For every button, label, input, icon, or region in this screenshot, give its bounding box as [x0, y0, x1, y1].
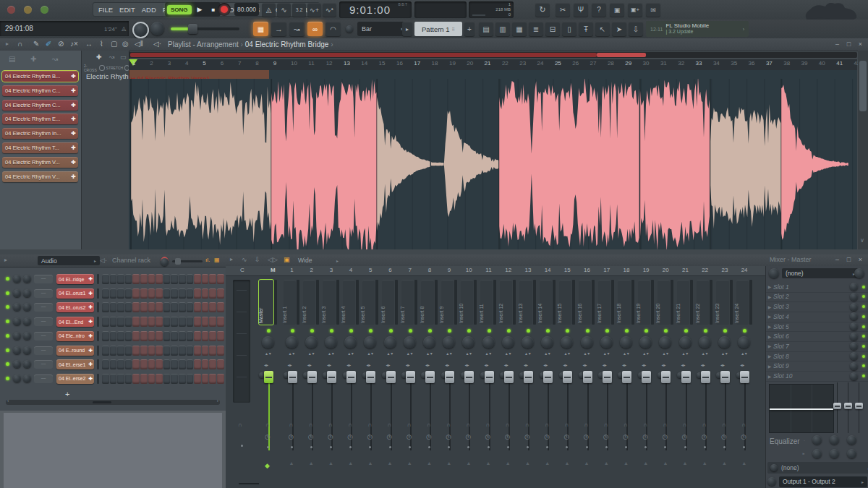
effect-slot-5[interactable]: ▶Slot 5: [766, 322, 868, 333]
channel-target-button[interactable]: ‒‒: [34, 317, 53, 326]
strip-clock-icon[interactable]: ◷: [505, 433, 511, 440]
channel-pan-knob[interactable]: [13, 346, 21, 354]
effect-slot-6[interactable]: ▶Slot 6: [766, 332, 868, 343]
channel-rack-panel-icon[interactable]: ▦: [512, 22, 527, 36]
strip-led[interactable]: [330, 329, 333, 333]
eq-handle-b[interactable]: [844, 403, 852, 409]
channel-led[interactable]: [6, 320, 9, 323]
audio-output-selector[interactable]: Output 1 - Output 2 ▸: [767, 476, 867, 487]
strip-pan-knob[interactable]: [600, 336, 613, 348]
eq-freq-knob-3[interactable]: [847, 435, 856, 445]
channel-volume-knob[interactable]: [23, 332, 31, 340]
mixer-hscrollbar[interactable]: [230, 481, 758, 485]
strip-fader-handle[interactable]: [661, 371, 671, 383]
strip-fader-handle[interactable]: [464, 371, 474, 383]
download-icon[interactable]: ⇩: [629, 22, 643, 36]
step-cell[interactable]: [140, 302, 148, 312]
strip-led[interactable]: [448, 329, 451, 333]
strip-pan-knob[interactable]: [639, 336, 652, 348]
step-cell[interactable]: [110, 374, 117, 384]
step-cell[interactable]: [132, 274, 140, 284]
step-cell[interactable]: [202, 317, 209, 327]
strip-fader-handle[interactable]: [264, 371, 273, 383]
step-cell[interactable]: [132, 374, 140, 384]
eq-width-knob-3[interactable]: [847, 449, 856, 458]
strip-leftright-icon[interactable]: ◂▸: [681, 362, 686, 367]
step-cell[interactable]: [148, 317, 156, 327]
strip-clock-icon[interactable]: ◷: [289, 433, 294, 440]
step-cell[interactable]: [217, 346, 224, 356]
strip-arrow-icon[interactable]: ▲: [367, 461, 373, 466]
strip-headphone-icon[interactable]: ∩: [663, 421, 667, 428]
slot-arrow-icon[interactable]: ▶: [766, 284, 773, 289]
playlist-clip-header[interactable]: ↦ 04 Electric Rhythm Verse1: [129, 70, 269, 79]
strip-updown-icon[interactable]: ▴ ▾: [407, 352, 413, 356]
strip-headphone-icon[interactable]: ∩: [506, 421, 510, 428]
strip-fader-handle[interactable]: [622, 371, 631, 383]
channel-selector-bar[interactable]: [97, 359, 99, 369]
strip-headphone-icon[interactable]: ∩: [328, 421, 333, 428]
strip-clock-icon[interactable]: ◷: [524, 433, 530, 440]
step-cell[interactable]: [117, 374, 124, 384]
picker-clip[interactable]: 04 Electric Rhythm C...✚: [2, 100, 78, 111]
step-cell[interactable]: [163, 317, 171, 327]
strip-clock-icon[interactable]: ◷: [465, 433, 471, 440]
step-cell[interactable]: [194, 317, 201, 327]
step-cell[interactable]: [163, 331, 171, 341]
picker-clip[interactable]: 04 Electric Rhythm B...✚: [2, 71, 78, 82]
step-cell[interactable]: [209, 331, 216, 341]
zoom-tool-icon[interactable]: ◎: [122, 40, 129, 48]
strip-updown-icon[interactable]: ▴ ▾: [604, 352, 610, 356]
step-cell[interactable]: [209, 317, 216, 327]
step-cell[interactable]: [209, 274, 216, 284]
strip-leftright-icon[interactable]: ◂▸: [386, 362, 391, 367]
browser-panel-icon[interactable]: ⊟: [545, 22, 560, 36]
cross-toggle[interactable]: [99, 65, 104, 71]
slide-icon[interactable]: ↝: [289, 22, 305, 36]
strip-updown-icon[interactable]: ▴ ▾: [525, 352, 531, 356]
channel-pan-knob[interactable]: [13, 317, 21, 325]
strip-fader-handle[interactable]: [603, 371, 612, 383]
pattern-selector[interactable]: Pattern 1 ⠿: [414, 22, 462, 36]
strip-fader-handle[interactable]: [720, 371, 730, 383]
menu-item-add[interactable]: ADD: [142, 6, 156, 14]
strip-led[interactable]: [369, 329, 373, 333]
slot-enable-led[interactable]: [862, 315, 865, 318]
strip-arrow-icon[interactable]: ▲: [309, 461, 314, 466]
step-cell[interactable]: [156, 302, 163, 312]
strip-leftright-icon[interactable]: ◂▸: [264, 362, 268, 367]
slot-arrow-icon[interactable]: ▶: [766, 334, 773, 339]
delete-tool-icon[interactable]: ⊘: [58, 40, 64, 48]
strip-updown-icon[interactable]: ▴ ▾: [309, 352, 315, 356]
slot-mix-knob[interactable]: [850, 342, 858, 350]
audio-input-selector[interactable]: (none) ▸: [767, 462, 868, 474]
strip-pan-knob[interactable]: [659, 336, 671, 348]
eq-handle-a[interactable]: [833, 403, 841, 409]
strip-arrow-icon[interactable]: ▲: [407, 461, 412, 466]
step-cell[interactable]: [217, 331, 224, 341]
slot-mix-knob[interactable]: [850, 312, 858, 320]
playlist-menu-icon[interactable]: ▸: [6, 40, 9, 47]
step-cell[interactable]: [125, 288, 132, 299]
step-cell[interactable]: [132, 302, 140, 312]
rack-graph-icon[interactable]: ıl.: [205, 257, 210, 263]
strip-led[interactable]: [527, 329, 530, 333]
strip-updown-icon[interactable]: ▴ ▾: [722, 352, 728, 356]
strip-fader-handle[interactable]: [307, 371, 317, 383]
slot-enable-led[interactable]: [862, 355, 865, 358]
plugin-picker-icon[interactable]: ▯: [562, 22, 576, 36]
strip-headphone-icon[interactable]: ∩: [545, 421, 549, 428]
strip-leftright-icon[interactable]: ◂▸: [701, 362, 705, 367]
rack-grid-icon[interactable]: ▦: [214, 257, 220, 263]
channel-led[interactable]: [6, 348, 9, 352]
strip-headphone-icon[interactable]: ∩: [683, 421, 687, 428]
channel-volume-knob[interactable]: [23, 360, 31, 368]
strip-led[interactable]: [723, 329, 727, 333]
step-cell[interactable]: [148, 302, 156, 312]
strip-led[interactable]: [349, 329, 353, 333]
step-cell[interactable]: [110, 288, 117, 299]
slot-enable-led[interactable]: [862, 374, 865, 377]
strip-pan-knob[interactable]: [561, 336, 573, 348]
step-cell[interactable]: [179, 359, 186, 369]
step-cell[interactable]: [202, 359, 209, 369]
